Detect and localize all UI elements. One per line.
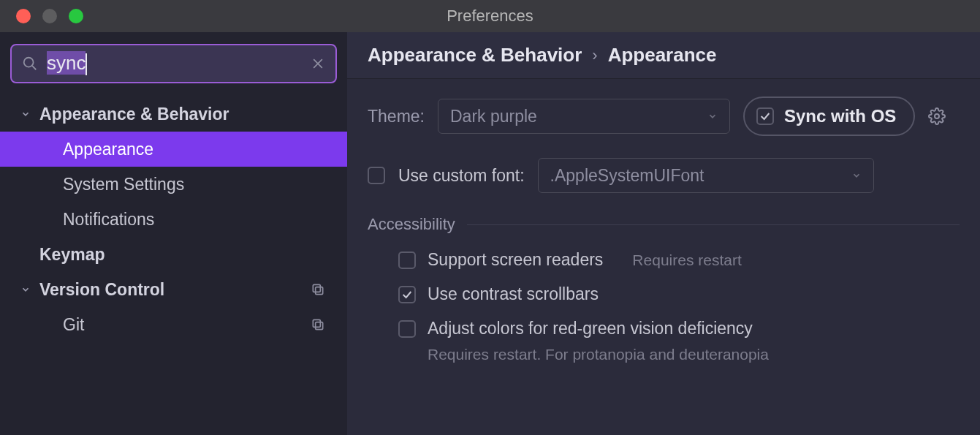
tree-group-label: Keymap bbox=[39, 245, 105, 265]
search-icon bbox=[22, 56, 38, 72]
breadcrumb-parent[interactable]: Appearance & Behavior bbox=[368, 44, 582, 67]
copy-icon[interactable] bbox=[311, 317, 325, 332]
section-title: Accessibility bbox=[368, 215, 455, 234]
window-zoom-button[interactable] bbox=[69, 9, 83, 23]
svg-point-0 bbox=[24, 58, 34, 67]
window-minimize-button[interactable] bbox=[42, 9, 57, 23]
svg-point-8 bbox=[935, 114, 939, 118]
search-text[interactable]: sync bbox=[47, 52, 302, 75]
opt-screen-readers[interactable]: Support screen readers Requires restart bbox=[368, 250, 960, 270]
breadcrumb: Appearance & Behavior › Appearance bbox=[347, 32, 980, 79]
opt-label: Adjust colors for red-green vision defic… bbox=[428, 319, 753, 338]
tree-item-system-settings[interactable]: System Settings bbox=[0, 167, 347, 202]
opt-contrast-scrollbars[interactable]: Use contrast scrollbars bbox=[368, 284, 960, 304]
checkbox[interactable] bbox=[398, 320, 416, 338]
chevron-down-icon bbox=[18, 109, 34, 119]
traffic-lights bbox=[0, 9, 83, 23]
theme-label: Theme: bbox=[368, 107, 425, 126]
tree-item-label: Appearance bbox=[63, 140, 153, 159]
checkbox[interactable] bbox=[398, 286, 416, 303]
svg-rect-5 bbox=[313, 284, 320, 292]
tree-item-git[interactable]: Git bbox=[0, 307, 347, 342]
tree-item-appearance[interactable]: Appearance bbox=[0, 132, 347, 167]
opt-hint: Requires restart bbox=[632, 251, 741, 269]
chevron-right-icon: › bbox=[592, 46, 597, 65]
titlebar: Preferences bbox=[0, 0, 980, 32]
opt-desc: Requires restart. For protanopia and deu… bbox=[368, 346, 960, 363]
tree-group-keymap[interactable]: Keymap bbox=[0, 237, 347, 272]
chevron-down-icon bbox=[707, 111, 718, 121]
opt-label: Use contrast scrollbars bbox=[428, 284, 599, 304]
custom-font-checkbox[interactable] bbox=[368, 167, 385, 184]
opt-label: Support screen readers bbox=[428, 250, 603, 270]
custom-font-label: Use custom font: bbox=[398, 166, 525, 186]
checkbox[interactable] bbox=[398, 251, 416, 269]
gear-icon[interactable] bbox=[928, 107, 946, 125]
tree-item-notifications[interactable]: Notifications bbox=[0, 202, 347, 237]
content-pane: Appearance & Behavior › Appearance Theme… bbox=[347, 32, 980, 435]
svg-rect-7 bbox=[313, 319, 320, 327]
theme-value: Dark purple bbox=[450, 107, 537, 126]
tree-item-label: Git bbox=[63, 315, 84, 335]
tree-item-label: System Settings bbox=[63, 175, 184, 194]
clear-icon[interactable] bbox=[311, 56, 325, 71]
font-value: .AppleSystemUIFont bbox=[550, 166, 704, 186]
tree-group-appearance-behavior[interactable]: Appearance & Behavior bbox=[0, 97, 347, 132]
copy-icon[interactable] bbox=[311, 282, 325, 297]
tree-group-version-control[interactable]: Version Control bbox=[0, 272, 347, 307]
tree-group-label: Appearance & Behavior bbox=[39, 105, 229, 124]
chevron-down-icon bbox=[18, 284, 34, 295]
tree-group-label: Version Control bbox=[39, 280, 164, 300]
svg-rect-4 bbox=[316, 287, 323, 295]
breadcrumb-current: Appearance bbox=[608, 44, 717, 67]
window-title: Preferences bbox=[0, 7, 980, 26]
chevron-down-icon bbox=[851, 170, 862, 181]
svg-line-1 bbox=[32, 66, 36, 69]
divider bbox=[467, 224, 960, 225]
window-close-button[interactable] bbox=[16, 9, 31, 23]
sidebar: sync Appearance & Behavior Appearance Sy… bbox=[0, 32, 347, 435]
theme-select[interactable]: Dark purple bbox=[438, 99, 730, 134]
settings-tree: Appearance & Behavior Appearance System … bbox=[0, 91, 347, 342]
sync-checkbox[interactable] bbox=[756, 107, 774, 125]
sync-label: Sync with OS bbox=[784, 106, 896, 126]
search-input[interactable]: sync bbox=[10, 44, 337, 83]
accessibility-section: Accessibility bbox=[368, 215, 960, 234]
svg-rect-6 bbox=[316, 322, 323, 330]
sync-with-os-toggle[interactable]: Sync with OS bbox=[743, 97, 915, 136]
font-select[interactable]: .AppleSystemUIFont bbox=[538, 158, 874, 193]
tree-item-label: Notifications bbox=[63, 210, 154, 230]
opt-color-vision[interactable]: Adjust colors for red-green vision defic… bbox=[368, 319, 960, 338]
